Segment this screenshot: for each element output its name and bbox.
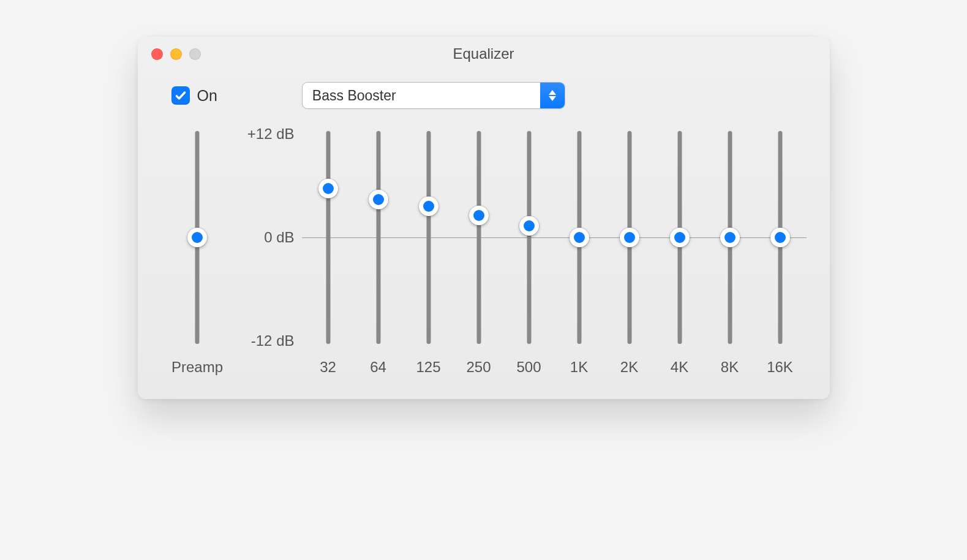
slider-knob[interactable]	[419, 196, 438, 216]
band-slider-32[interactable]	[303, 127, 353, 348]
band-8K	[705, 127, 755, 348]
band-label-250: 250	[454, 359, 504, 376]
slider-track	[476, 131, 481, 344]
scale-mid-label: 0 dB	[264, 229, 294, 246]
band-label-32: 32	[303, 359, 353, 376]
minimize-icon[interactable]	[170, 48, 182, 60]
band-250	[454, 127, 504, 348]
slider-knob[interactable]	[770, 228, 790, 247]
checkbox-icon[interactable]	[171, 86, 190, 105]
slider-track	[426, 131, 431, 344]
slider-knob[interactable]	[369, 190, 388, 209]
preamp-column: Preamp	[162, 127, 233, 376]
slider-knob[interactable]	[318, 179, 338, 198]
band-slider-2K[interactable]	[604, 127, 655, 348]
band-label-1K: 1K	[554, 359, 604, 376]
band-16K	[755, 127, 805, 348]
band-slider-125[interactable]	[404, 127, 454, 348]
band-slider-250[interactable]	[454, 127, 504, 348]
slider-knob[interactable]	[720, 228, 740, 247]
svg-marker-0	[549, 90, 556, 95]
bands-column: 32641252505001K2K4K8K16K	[303, 127, 805, 376]
band-label-16K: 16K	[755, 359, 805, 376]
slider-knob[interactable]	[469, 206, 489, 225]
band-label-125: 125	[404, 359, 454, 376]
band-2K	[604, 127, 655, 348]
preset-selected-label: Bass Booster	[303, 83, 540, 108]
slider-knob[interactable]	[519, 216, 539, 236]
band-slider-16K[interactable]	[755, 127, 805, 348]
band-125	[404, 127, 454, 348]
band-32	[303, 127, 353, 348]
on-label: On	[197, 87, 217, 105]
band-500	[504, 127, 554, 348]
equalizer-window: Equalizer On Bass Booster Preamp	[138, 37, 830, 399]
slider-knob[interactable]	[670, 228, 690, 247]
eq-body: Preamp +12 dB 0 dB -12 dB . 326412525050…	[138, 115, 830, 393]
preamp-label: Preamp	[171, 359, 223, 376]
band-label-4K: 4K	[655, 359, 705, 376]
band-slider-1K[interactable]	[554, 127, 604, 348]
slider-knob[interactable]	[187, 228, 207, 247]
preamp-slider[interactable]	[162, 127, 233, 348]
band-slider-64[interactable]	[353, 127, 404, 348]
on-toggle[interactable]: On	[171, 86, 217, 105]
band-label-2K: 2K	[604, 359, 655, 376]
controls-row: On Bass Booster	[138, 71, 830, 115]
window-title: Equalizer	[138, 45, 830, 62]
band-slider-500[interactable]	[504, 127, 554, 348]
band-1K	[554, 127, 604, 348]
scale-min-label: -12 dB	[251, 332, 295, 349]
traffic-lights	[151, 48, 201, 60]
zoom-icon[interactable]	[189, 48, 201, 60]
titlebar: Equalizer	[138, 37, 830, 71]
band-slider-4K[interactable]	[655, 127, 705, 348]
preset-select[interactable]: Bass Booster	[302, 82, 565, 109]
slider-track	[527, 131, 531, 344]
close-icon[interactable]	[151, 48, 163, 60]
band-label-64: 64	[353, 359, 404, 376]
chevron-up-down-icon	[540, 83, 565, 108]
band-4K	[655, 127, 705, 348]
band-slider-8K[interactable]	[705, 127, 755, 348]
band-label-8K: 8K	[705, 359, 755, 376]
band-64	[353, 127, 404, 348]
slider-knob[interactable]	[620, 228, 639, 247]
slider-track	[326, 131, 330, 344]
scale-column: +12 dB 0 dB -12 dB .	[233, 127, 303, 376]
svg-marker-1	[549, 96, 556, 101]
slider-knob[interactable]	[570, 228, 589, 247]
scale-max-label: +12 dB	[247, 125, 295, 143]
slider-track	[376, 131, 380, 344]
band-label-500: 500	[504, 359, 554, 376]
